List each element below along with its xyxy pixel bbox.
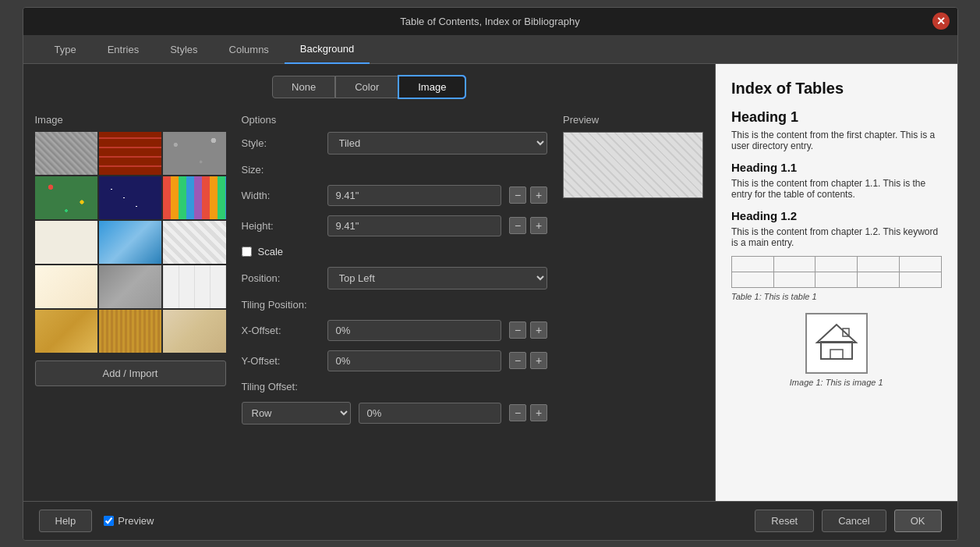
- image-cell-wood[interactable]: [99, 310, 161, 353]
- options-section: Options Style: Tiled Stretched Custom Po…: [242, 114, 547, 489]
- image-cell-floral[interactable]: [35, 176, 97, 219]
- image-caption: Image 1: This is image 1: [731, 378, 942, 387]
- table-cell: [858, 272, 900, 287]
- x-offset-label: X-Offset:: [242, 325, 320, 336]
- bg-image-button[interactable]: Image: [398, 76, 465, 98]
- image-cell-gray-stone[interactable]: [99, 265, 161, 308]
- tiling-offset-pct-value: 0%: [367, 407, 382, 419]
- y-offset-minus-button[interactable]: −: [509, 352, 526, 369]
- image-cell-stone[interactable]: [35, 132, 97, 175]
- x-offset-plus-button[interactable]: +: [530, 321, 547, 339]
- reset-button[interactable]: Reset: [755, 510, 814, 532]
- heading1-text: This is the content from the first chapt…: [731, 130, 942, 151]
- footer-left: Help Preview: [39, 510, 154, 532]
- tiling-position-header: Tiling Position:: [242, 299, 547, 311]
- main-dialog: Table of Contents, Index or Bibliography…: [23, 7, 958, 541]
- preview-table: [731, 256, 942, 288]
- heading11-text: This is the content from chapter 1.1. Th…: [731, 178, 942, 200]
- house-icon: [813, 321, 860, 364]
- table-cell: [815, 256, 858, 272]
- image-cell-brick[interactable]: [99, 132, 161, 175]
- image-cell-stars[interactable]: [99, 176, 161, 219]
- width-plus-button[interactable]: +: [530, 186, 547, 204]
- bg-type-buttons: None Color Image: [35, 76, 703, 98]
- preview-label: Preview: [118, 515, 154, 527]
- height-spin-buttons: − +: [509, 217, 547, 234]
- style-label: Style:: [242, 137, 320, 149]
- tab-background[interactable]: Background: [285, 35, 370, 64]
- image-container: Image 1: This is image 1: [731, 309, 942, 387]
- heading11: Heading 1.1: [731, 161, 942, 174]
- bg-none-button[interactable]: None: [272, 76, 335, 98]
- footer: Help Preview Reset Cancel OK: [23, 501, 957, 540]
- tiling-offset-row: Row Column 0% − +: [242, 402, 547, 424]
- image-cell-cream[interactable]: [35, 265, 97, 308]
- width-row: Width: 9.41" − +: [242, 185, 547, 206]
- table-cell: [899, 256, 941, 272]
- image-cell-water[interactable]: [99, 221, 161, 264]
- cancel-button[interactable]: Cancel: [822, 510, 886, 532]
- height-minus-button[interactable]: −: [509, 217, 526, 234]
- image-cell-paper[interactable]: [35, 221, 97, 264]
- width-value: 9.41": [336, 190, 359, 201]
- image-grid: [35, 132, 226, 353]
- image-cell-pebble[interactable]: [163, 132, 225, 175]
- preview-checkbox[interactable]: [104, 516, 114, 526]
- image-cell-sand[interactable]: [35, 310, 97, 353]
- y-offset-value: 0%: [336, 355, 351, 367]
- x-offset-minus-button[interactable]: −: [509, 321, 526, 339]
- image-cell-stripes[interactable]: [163, 176, 225, 219]
- index-title: Index of Tables: [731, 80, 942, 98]
- svg-rect-2: [830, 350, 843, 359]
- heading12: Heading 1.2: [731, 209, 942, 222]
- size-label: Size:: [242, 164, 320, 176]
- table-cell: [731, 272, 773, 287]
- height-row: Height: 9.41" − +: [242, 215, 547, 236]
- x-offset-input: 0%: [327, 320, 501, 341]
- tab-columns[interactable]: Columns: [214, 36, 285, 63]
- bg-color-button[interactable]: Color: [335, 76, 398, 98]
- preview-section-label: Preview: [563, 114, 703, 126]
- help-button[interactable]: Help: [39, 510, 93, 532]
- heading1: Heading 1: [731, 109, 942, 126]
- position-select[interactable]: Top Left Top Center Top Right Center Lef…: [327, 267, 547, 289]
- y-offset-input: 0%: [327, 350, 501, 371]
- left-panel: None Color Image Image: [23, 64, 716, 501]
- width-label: Width:: [242, 190, 320, 201]
- add-import-button[interactable]: Add / Import: [35, 361, 226, 386]
- table-cell: [731, 256, 773, 272]
- width-minus-button[interactable]: −: [509, 186, 526, 204]
- close-button[interactable]: ✕: [932, 12, 950, 30]
- table-cell: [773, 256, 815, 272]
- width-spin-buttons: − +: [509, 186, 547, 204]
- image-placeholder: [805, 313, 868, 374]
- tabs-bar: Type Entries Styles Columns Background: [23, 35, 957, 64]
- y-offset-plus-button[interactable]: +: [530, 352, 547, 369]
- table-cell: [773, 272, 815, 287]
- position-row: Position: Top Left Top Center Top Right …: [242, 267, 547, 289]
- image-cell-marble[interactable]: [163, 310, 225, 353]
- table-cell: [858, 256, 900, 272]
- preview-box: [563, 132, 703, 198]
- tiling-offset-spin-buttons: − +: [509, 404, 547, 421]
- tiling-row-select[interactable]: Row Column: [242, 402, 351, 424]
- tiling-offset-plus-button[interactable]: +: [530, 404, 547, 421]
- y-offset-row: Y-Offset: 0% − +: [242, 350, 547, 371]
- tiling-offset-minus-button[interactable]: −: [509, 404, 526, 421]
- image-cell-white-fabric[interactable]: [163, 265, 225, 308]
- table-row: [731, 272, 941, 287]
- scale-checkbox[interactable]: [242, 247, 252, 257]
- tab-styles[interactable]: Styles: [154, 36, 213, 63]
- tiling-position-label: Tiling Position:: [242, 299, 320, 311]
- tab-type[interactable]: Type: [39, 36, 92, 63]
- style-select[interactable]: Tiled Stretched Custom Position / Size: [327, 132, 547, 155]
- height-plus-button[interactable]: +: [530, 217, 547, 234]
- dialog-title: Table of Contents, Index or Bibliography: [400, 16, 580, 27]
- image-section: Image: [35, 114, 226, 489]
- width-input: 9.41": [327, 185, 501, 206]
- ok-button[interactable]: OK: [894, 510, 942, 532]
- tiling-offset-header: Tiling Offset:: [242, 381, 547, 392]
- preview-check: Preview: [104, 515, 154, 527]
- tab-entries[interactable]: Entries: [92, 36, 154, 63]
- image-cell-fabric[interactable]: [163, 221, 225, 264]
